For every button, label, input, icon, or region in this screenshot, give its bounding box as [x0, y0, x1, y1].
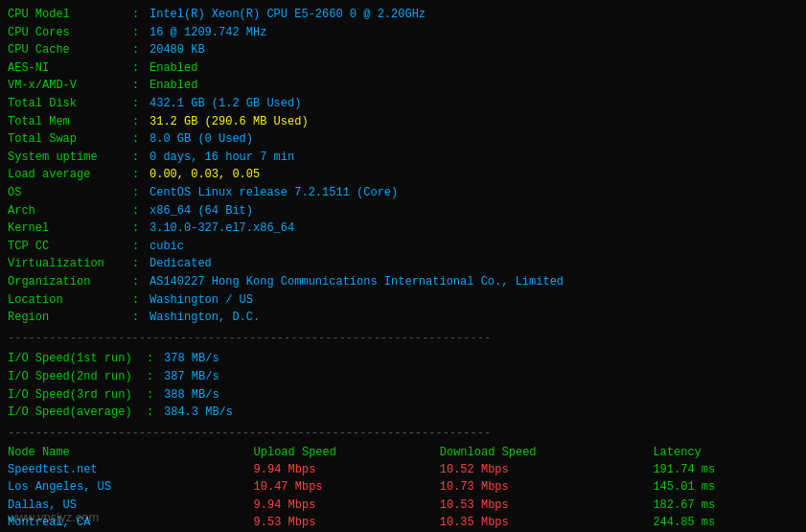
cpu-cache-label: CPU Cache	[8, 41, 132, 59]
separator-2: ----------------------------------------…	[8, 426, 798, 442]
io-run3-row: I/O Speed(3rd run) : 388 MB/s	[8, 386, 798, 405]
latency-cell: 244.85 ms	[653, 514, 798, 532]
os-row: OS : CentOS Linux release 7.2.1511 (Core…	[8, 184, 798, 202]
io-run2-label: I/O Speed(2nd run)	[8, 368, 147, 386]
cpu-model-label: CPU Model	[8, 6, 132, 24]
network-table-header: Node Name Upload Speed Download Speed La…	[8, 446, 798, 461]
download-speed-cell: 10.52 Mbps	[440, 461, 654, 479]
cpu-model-row: CPU Model : Intel(R) Xeon(R) CPU E5-2660…	[8, 6, 798, 24]
io-avg-value: 384.3 MB/s	[164, 404, 233, 422]
system-uptime-row: System uptime : 0 days, 16 hour 7 min	[8, 149, 798, 167]
total-mem-label: Total Mem	[8, 113, 132, 131]
load-average-label: Load average	[8, 166, 132, 184]
system-uptime-value: 0 days, 16 hour 7 min	[150, 149, 294, 167]
arch-row: Arch : x86_64 (64 Bit)	[8, 202, 798, 220]
cpu-cache-row: CPU Cache : 20480 KB	[8, 41, 798, 59]
virtualization-label: Virtualization	[8, 255, 132, 273]
table-row: Speedtest.net9.94 Mbps10.52 Mbps191.74 m…	[8, 461, 798, 479]
download-speed-cell: 10.53 Mbps	[440, 497, 654, 515]
total-disk-row: Total Disk : 432.1 GB (1.2 GB Used)	[8, 95, 798, 113]
kernel-label: Kernel	[8, 220, 132, 238]
organization-row: Organization : AS140227 Hong Kong Commun…	[8, 273, 798, 291]
table-row: Los Angeles, US10.47 Mbps10.73 Mbps145.0…	[8, 478, 798, 497]
system-info-section: CPU Model : Intel(R) Xeon(R) CPU E5-2660…	[8, 6, 798, 327]
download-speed-cell: 10.35 Mbps	[440, 514, 654, 532]
col-node-header: Node Name	[8, 446, 254, 461]
region-value: Washington, D.C.	[150, 309, 260, 327]
separator-1: ----------------------------------------…	[8, 331, 798, 347]
table-row: Dallas, US9.94 Mbps10.53 Mbps182.67 ms	[8, 497, 798, 515]
system-uptime-label: System uptime	[8, 149, 132, 167]
node-name-cell: Los Angeles, US	[8, 478, 254, 497]
vmx-value: Enabled	[150, 77, 197, 95]
total-disk-value: 432.1 GB (1.2 GB Used)	[150, 95, 301, 113]
total-swap-row: Total Swap : 8.0 GB (0 Used)	[8, 130, 798, 149]
region-label: Region	[8, 309, 132, 327]
total-swap-label: Total Swap	[8, 130, 132, 149]
upload-speed-cell: 9.94 Mbps	[254, 497, 440, 515]
aes-ni-label: AES-NI	[8, 59, 132, 78]
cpu-cores-label: CPU Cores	[8, 24, 132, 42]
cpu-cores-value: 16 @ 1209.742 MHz	[150, 24, 266, 42]
io-avg-row: I/O Speed(average) : 384.3 MB/s	[8, 404, 798, 422]
io-run1-label: I/O Speed(1st run)	[8, 350, 147, 368]
io-run1-row: I/O Speed(1st run) : 378 MB/s	[8, 350, 798, 368]
virtualization-row: Virtualization : Dedicated	[8, 255, 798, 273]
os-value: CentOS Linux release 7.2.1511 (Core)	[150, 184, 398, 202]
location-value: Washington / US	[150, 291, 253, 310]
tcp-cc-value: cubic	[150, 238, 184, 256]
organization-label: Organization	[8, 273, 132, 291]
os-label: OS	[8, 184, 132, 202]
network-table: Node Name Upload Speed Download Speed La…	[8, 446, 798, 532]
io-run2-value: 387 MB/s	[164, 368, 219, 386]
cpu-cache-value: 20480 KB	[150, 41, 205, 59]
latency-cell: 182.67 ms	[653, 497, 798, 515]
io-run3-label: I/O Speed(3rd run)	[8, 386, 147, 405]
virtualization-value: Dedicated	[150, 255, 212, 273]
table-row: Montreal, CA9.53 Mbps10.35 Mbps244.85 ms	[8, 514, 798, 532]
location-label: Location	[8, 291, 132, 310]
io-run2-row: I/O Speed(2nd run) : 387 MB/s	[8, 368, 798, 386]
total-swap-value: 8.0 GB (0 Used)	[150, 130, 253, 149]
io-run1-value: 378 MB/s	[164, 350, 219, 368]
upload-speed-cell: 9.94 Mbps	[254, 461, 440, 479]
total-mem-row: Total Mem : 31.2 GB (290.6 MB Used)	[8, 113, 798, 131]
kernel-row: Kernel : 3.10.0-327.el7.x86_64	[8, 220, 798, 238]
download-speed-cell: 10.73 Mbps	[440, 478, 654, 497]
kernel-value: 3.10.0-327.el7.x86_64	[150, 220, 294, 238]
load-average-value: 0.00, 0.03, 0.05	[150, 166, 260, 184]
tcp-cc-row: TCP CC : cubic	[8, 238, 798, 256]
vmx-label: VM-x/AMD-V	[8, 77, 132, 95]
tcp-cc-label: TCP CC	[8, 238, 132, 256]
organization-value: AS140227 Hong Kong Communications Intern…	[150, 273, 564, 291]
aes-ni-value: Enabled	[150, 59, 197, 78]
watermark: www.vpsjyz.com	[8, 510, 99, 524]
aes-ni-row: AES-NI : Enabled	[8, 59, 798, 78]
cpu-cores-row: CPU Cores : 16 @ 1209.742 MHz	[8, 24, 798, 42]
network-section: Node Name Upload Speed Download Speed La…	[8, 446, 798, 532]
io-section: I/O Speed(1st run) : 378 MB/s I/O Speed(…	[8, 350, 798, 421]
col-download-header: Download Speed	[440, 446, 654, 461]
region-row: Region : Washington, D.C.	[8, 309, 798, 327]
location-row: Location : Washington / US	[8, 291, 798, 310]
load-average-row: Load average : 0.00, 0.03, 0.05	[8, 166, 798, 184]
latency-cell: 145.01 ms	[653, 478, 798, 497]
total-disk-label: Total Disk	[8, 95, 132, 113]
node-name-cell: Speedtest.net	[8, 461, 254, 479]
latency-cell: 191.74 ms	[653, 461, 798, 479]
cpu-model-value: Intel(R) Xeon(R) CPU E5-2660 0 @ 2.20GHz	[150, 6, 426, 24]
col-latency-header: Latency	[653, 446, 798, 461]
io-avg-label: I/O Speed(average)	[8, 404, 147, 422]
io-run3-value: 388 MB/s	[164, 386, 219, 405]
total-mem-value: 31.2 GB (290.6 MB Used)	[150, 113, 309, 131]
arch-value: x86_64 (64 Bit)	[150, 202, 253, 220]
arch-label: Arch	[8, 202, 132, 220]
upload-speed-cell: 10.47 Mbps	[254, 478, 440, 497]
vmx-row: VM-x/AMD-V : Enabled	[8, 77, 798, 95]
main-container: CPU Model : Intel(R) Xeon(R) CPU E5-2660…	[0, 0, 806, 532]
upload-speed-cell: 9.53 Mbps	[254, 514, 440, 532]
col-upload-header: Upload Speed	[254, 446, 440, 461]
